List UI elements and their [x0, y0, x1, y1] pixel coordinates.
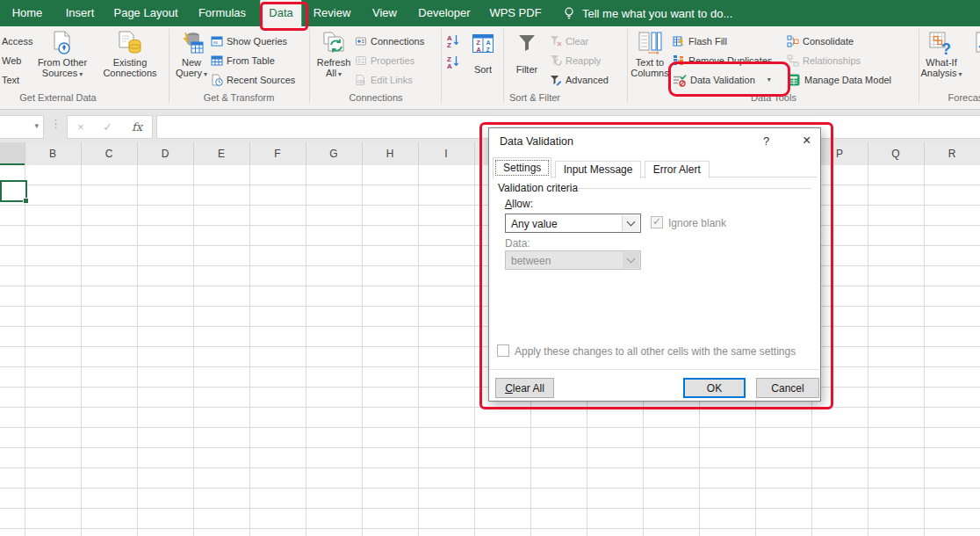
properties-button[interactable]: Properties: [355, 54, 414, 67]
name-box-caret-icon: ▾: [34, 121, 39, 130]
column-header[interactable]: C: [81, 142, 137, 165]
column-header[interactable]: I: [418, 142, 474, 165]
relationships-button[interactable]: Relationships: [787, 54, 861, 67]
formula-bar-buttons: × ✓ fx: [67, 115, 153, 139]
insert-function-icon[interactable]: fx: [132, 120, 142, 134]
ignore-blank-label: Ignore blank: [668, 217, 726, 229]
clear-filter-icon: [550, 35, 562, 47]
fill-handle[interactable]: [23, 198, 29, 204]
flash-fill-button[interactable]: Flash Fill: [673, 34, 727, 47]
from-text-button[interactable]: Text: [2, 73, 19, 86]
column-header[interactable]: Q: [868, 142, 924, 165]
dialog-title: Data Validation: [500, 135, 573, 148]
advanced-filter-button[interactable]: Advanced: [550, 73, 609, 86]
clear-all-button[interactable]: Clear All: [495, 378, 554, 398]
text-to-columns-button[interactable]: Text to Columns: [629, 29, 671, 78]
dialog-footer-divider: [489, 369, 820, 370]
column-header[interactable]: G: [306, 142, 362, 165]
svg-text:Z: Z: [486, 46, 491, 52]
tab-review[interactable]: Review: [305, 0, 360, 26]
groupbox-line: [577, 188, 811, 189]
tab-developer[interactable]: Developer: [409, 0, 479, 26]
data-validation-button[interactable]: Data Validation ▾: [673, 73, 771, 86]
flash-fill-icon: [673, 35, 685, 47]
clear-filter-button[interactable]: Clear: [550, 34, 588, 47]
column-header[interactable]: R: [924, 142, 980, 165]
dialog-tabstrip: Settings Input Message Error Alert: [493, 157, 817, 177]
data-dropdown-value: between: [511, 255, 551, 267]
new-query-button[interactable]: New Query▾: [170, 29, 213, 80]
reapply-filter-button[interactable]: Reapply: [550, 54, 601, 67]
ok-button[interactable]: OK: [683, 378, 746, 398]
allow-dropdown-value: Any value: [511, 218, 558, 230]
group-separator: [169, 29, 169, 103]
tab-data[interactable]: Data: [260, 0, 301, 26]
apply-changes-checkbox[interactable]: [497, 344, 509, 357]
group-separator: [627, 29, 628, 103]
sort-a-to-z-button[interactable]: AZ: [446, 33, 460, 47]
group-label-connections: Connections: [313, 92, 439, 105]
from-table-icon: [211, 54, 223, 67]
dropdown-arrow-icon[interactable]: [622, 215, 639, 231]
from-other-sources-button[interactable]: From Other Sources▾: [33, 29, 91, 80]
allow-dropdown[interactable]: Any value: [505, 214, 641, 233]
data-label: Data:: [505, 237, 530, 250]
name-box[interactable]: ▾: [0, 115, 44, 139]
dropdown-caret-icon: ▾: [338, 70, 342, 78]
column-header[interactable]: B: [25, 142, 81, 165]
tab-wps-pdf[interactable]: WPS PDF: [480, 0, 550, 26]
cancel-button[interactable]: Cancel: [756, 378, 819, 398]
from-web-button[interactable]: Web: [2, 54, 21, 67]
sort-z-to-a-button[interactable]: ZA: [446, 54, 460, 68]
existing-connections-button[interactable]: Existing Connections: [95, 29, 165, 78]
sort-za-icon: ZA: [446, 54, 460, 69]
forecast-sheet-button[interactable]: For Sh: [966, 29, 980, 78]
tab-error-alert[interactable]: Error Alert: [645, 161, 710, 178]
relationships-icon: [787, 54, 799, 67]
allow-label: Allow:: [505, 198, 533, 210]
cancel-entry-icon[interactable]: ×: [77, 120, 84, 134]
svg-text:?: ?: [941, 40, 951, 55]
svg-text:Z: Z: [477, 40, 481, 46]
manage-data-model-button[interactable]: Manage Data Model: [787, 73, 891, 86]
dropdown-caret-icon: ▾: [79, 70, 83, 78]
dropdown-arrow-icon: [623, 252, 639, 268]
tab-page-layout[interactable]: Page Layout: [104, 0, 186, 26]
consolidate-icon: [787, 35, 799, 47]
column-header[interactable]: E: [193, 142, 249, 165]
tab-formulas[interactable]: Formulas: [190, 0, 255, 26]
checkmark-icon: ✓: [652, 215, 661, 228]
connections-button[interactable]: Connections: [355, 34, 424, 47]
svg-text:A: A: [477, 46, 481, 52]
from-table-button[interactable]: From Table: [211, 54, 275, 67]
tab-home[interactable]: Home: [4, 0, 52, 26]
column-header[interactable]: F: [249, 142, 306, 165]
sort-button[interactable]: ZAAZ Sort: [465, 29, 501, 75]
dialog-close-button[interactable]: ×: [803, 133, 811, 148]
tab-input-message[interactable]: Input Message: [555, 161, 642, 178]
dialog-help-button[interactable]: ?: [763, 134, 769, 148]
reapply-filter-icon: [550, 54, 562, 67]
ignore-blank-checkbox[interactable]: ✓: [651, 216, 663, 228]
refresh-all-button[interactable]: Refresh All▾: [314, 29, 353, 80]
edit-links-button[interactable]: Edit Links: [355, 73, 413, 86]
data-dropdown: between: [505, 250, 641, 270]
confirm-entry-icon[interactable]: ✓: [103, 120, 112, 134]
tab-insert[interactable]: Insert: [57, 0, 104, 26]
show-queries-button[interactable]: Show Queries: [211, 34, 287, 47]
group-label-get-transform: Get & Transform: [172, 92, 306, 105]
consolidate-button[interactable]: Consolidate: [787, 34, 854, 47]
filter-button[interactable]: Filter: [508, 29, 546, 75]
column-header[interactable]: D: [137, 142, 193, 165]
connections-icon: [355, 35, 367, 47]
tab-view[interactable]: View: [364, 0, 406, 26]
excel-window: Home Insert Page Layout Formulas Data Re…: [0, 0, 980, 536]
tell-me-box[interactable]: Tell me what you want to do...: [562, 0, 732, 26]
column-header-a-selected[interactable]: [0, 142, 25, 165]
column-header[interactable]: H: [362, 142, 418, 165]
tab-settings[interactable]: Settings: [493, 157, 551, 178]
what-if-analysis-button[interactable]: ? What-If Analysis▾: [920, 29, 962, 80]
recent-sources-button[interactable]: Recent Sources: [211, 73, 295, 86]
remove-duplicates-button[interactable]: Remove Duplicates: [673, 54, 772, 67]
from-access-button[interactable]: Access: [2, 34, 32, 47]
